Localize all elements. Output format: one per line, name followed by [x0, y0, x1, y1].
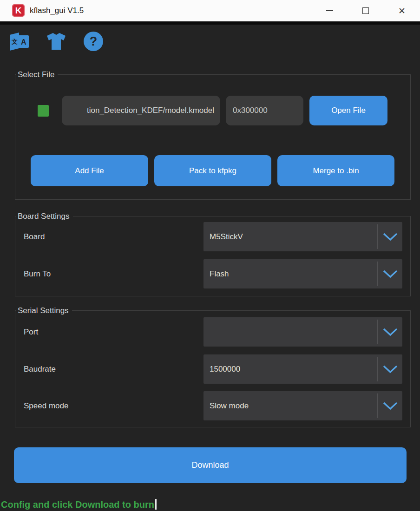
- board-settings-group: Board Settings Board M5StickV Burn To Fl…: [15, 216, 411, 296]
- svg-text:文: 文: [11, 38, 18, 45]
- close-icon: ✕: [398, 7, 406, 15]
- app-logo-icon: K: [12, 4, 25, 17]
- open-file-button[interactable]: Open File: [309, 96, 387, 125]
- text-cursor: [155, 499, 157, 510]
- select-divider: [377, 224, 378, 249]
- maximize-button[interactable]: [348, 0, 384, 21]
- baudrate-row: Baudrate 1500000: [15, 354, 410, 384]
- select-divider: [377, 320, 378, 344]
- status-text: Config and click Download to burn: [1, 499, 154, 510]
- baudrate-label: Baudrate: [24, 365, 56, 374]
- file-path-field[interactable]: tion_Detection_KDEF/model.kmodel: [62, 96, 220, 125]
- chevron-down-icon: [382, 233, 398, 241]
- board-row: Board M5StickV: [15, 222, 410, 251]
- chevron-down-icon: [382, 402, 398, 410]
- window-controls: ✕: [311, 0, 420, 21]
- titlebar: K kflash_gui V1.5 ✕: [0, 0, 420, 21]
- language-button[interactable]: 文 A: [8, 31, 30, 52]
- chevron-down-icon: [382, 270, 398, 278]
- select-divider: [377, 357, 378, 381]
- theme-button[interactable]: [46, 31, 67, 52]
- port-select[interactable]: [203, 317, 402, 347]
- file-enabled-checkbox[interactable]: [38, 105, 49, 117]
- add-file-button[interactable]: Add File: [31, 155, 148, 186]
- select-divider: [377, 393, 378, 418]
- board-select[interactable]: M5StickV: [203, 222, 402, 251]
- language-icon: 文 A: [8, 32, 30, 51]
- pack-to-kfpkg-button[interactable]: Pack to kfpkg: [154, 155, 271, 186]
- board-label: Board: [24, 232, 45, 242]
- serial-settings-group-label: Serial Settings: [16, 306, 72, 315]
- burn-to-select-value: Flash: [210, 269, 229, 279]
- select-file-group: Select File tion_Detection_KDEF/model.km…: [15, 74, 411, 200]
- board-settings-group-label: Board Settings: [16, 212, 73, 221]
- tshirt-icon: [46, 32, 66, 51]
- baudrate-select[interactable]: 1500000: [203, 354, 402, 384]
- burn-address-field[interactable]: 0x300000: [226, 96, 303, 125]
- port-label: Port: [24, 328, 38, 337]
- select-divider: [377, 262, 378, 286]
- merge-to-bin-button[interactable]: Merge to .bin: [277, 155, 394, 186]
- baudrate-select-value: 1500000: [210, 365, 240, 374]
- window-title: kflash_gui V1.5: [30, 6, 84, 15]
- svg-text:A: A: [21, 38, 26, 46]
- chevron-down-icon: [382, 365, 398, 373]
- maximize-icon: [362, 7, 369, 14]
- board-select-value: M5StickV: [210, 232, 243, 242]
- port-row: Port: [15, 317, 410, 347]
- burn-to-select[interactable]: Flash: [203, 259, 402, 288]
- toolbar: 文 A ?: [8, 30, 104, 53]
- select-file-group-label: Select File: [16, 70, 58, 79]
- burn-to-row: Burn To Flash: [15, 259, 410, 288]
- burn-to-label: Burn To: [24, 269, 51, 279]
- minimize-button[interactable]: [311, 0, 348, 21]
- help-button[interactable]: ?: [83, 31, 104, 52]
- minimize-icon: [326, 10, 333, 11]
- close-button[interactable]: ✕: [384, 0, 420, 21]
- speed-mode-select-value: Slow mode: [210, 401, 249, 411]
- speed-mode-row: Speed mode Slow mode: [15, 391, 410, 420]
- download-button[interactable]: Download: [14, 447, 407, 483]
- chevron-down-icon: [382, 328, 398, 336]
- speed-mode-label: Speed mode: [24, 401, 68, 411]
- status-message: Config and click Download to burn: [1, 499, 157, 510]
- help-icon: ?: [84, 32, 103, 51]
- speed-mode-select[interactable]: Slow mode: [203, 391, 402, 420]
- titlebar-separator: [0, 22, 420, 25]
- serial-settings-group: Serial Settings Port Baudrate 1500000 Sp…: [15, 310, 411, 427]
